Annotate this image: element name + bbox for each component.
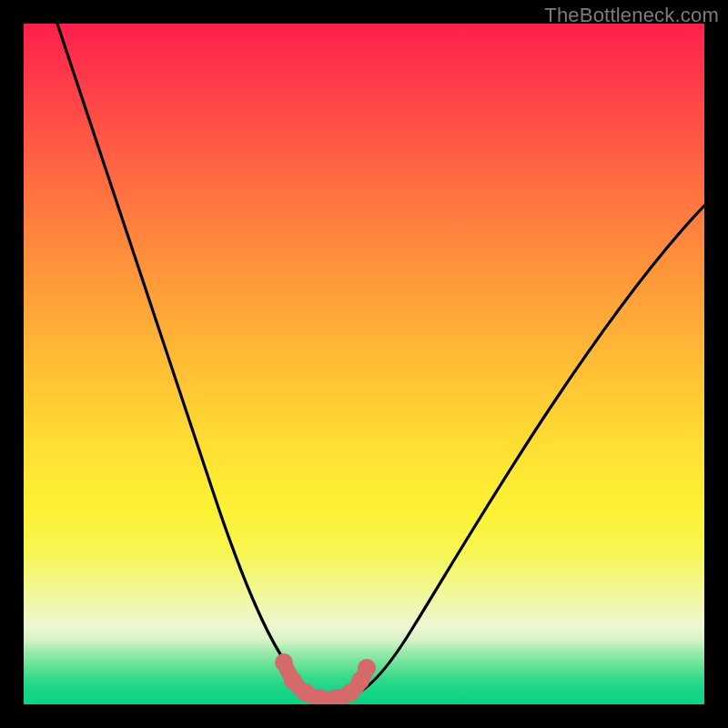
valley-marker-dots xyxy=(275,653,376,704)
svg-point-7 xyxy=(358,659,376,677)
svg-point-0 xyxy=(275,653,293,672)
bottleneck-curve xyxy=(57,24,704,698)
plot-area xyxy=(24,24,704,704)
chart-frame: TheBottleneck.com xyxy=(0,0,728,728)
chart-svg xyxy=(24,24,704,704)
